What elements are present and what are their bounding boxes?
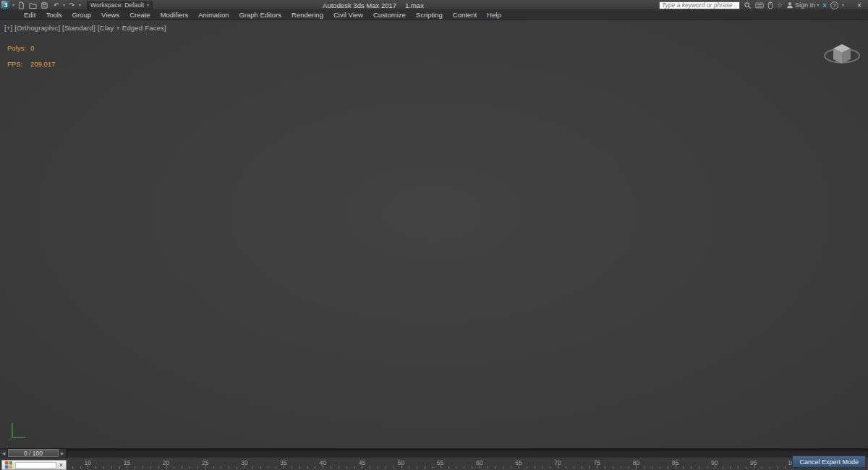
menu-modifiers[interactable]: Modifiers [156,10,194,20]
titlebar: 3 ▾ ↶ ▾ ↷ ▾ Workspace: Default ▾ Autodes… [0,0,868,10]
ruler-tick [738,466,739,469]
mini-dialog-app-icon [5,461,12,469]
fps-stat: FPS: 209,017 [7,60,55,68]
favorites-star-icon[interactable]: ☆ [777,1,783,9]
fps-value: 209,017 [30,60,55,68]
ruler-tick [378,466,378,469]
ruler-tick [276,466,276,469]
ruler-tick [393,466,394,469]
viewport-label[interactable]: [+] [Orthographic] [Standard] [Clay + Ed… [4,24,166,32]
menu-group[interactable]: Group [67,10,96,20]
ruler-tick [699,466,699,469]
previous-frame-icon[interactable]: ◀ [0,449,8,457]
menu-views[interactable]: Views [96,10,124,20]
world-axis-gizmo [7,421,27,441]
window-title: Autodesk 3ds Max 2017 1.max [323,0,424,10]
ruler-tick [652,466,652,469]
ruler-tick [80,466,81,469]
menubar: EditToolsGroupViewsCreateModifiersAnimat… [0,10,868,20]
ruler-tick [339,466,339,469]
undo-caret-icon[interactable]: ▾ [63,3,65,7]
ruler-tick-label: 35 [280,459,286,466]
model-wavy-wall[interactable] [0,20,868,448]
help-icon[interactable]: ? [830,1,838,9]
titlebar-right-cluster: ☆ Sign In ▾ × ? ▾ × [659,0,868,10]
ruler-tick [213,466,214,469]
workspace-selector[interactable]: Workspace: Default ▾ [87,1,153,9]
ruler-tick-label: 80 [633,459,639,466]
mouse-icon[interactable] [767,1,773,9]
ruler-tick [370,466,370,469]
ruler-tick [268,466,268,469]
ruler-tick-label: 95 [750,459,757,466]
ruler-tick [746,466,746,469]
fps-label: FPS: [7,60,30,68]
ruler-tick [535,466,535,469]
ruler-tick [730,466,731,469]
mini-dialog-close-icon[interactable]: × [59,462,63,469]
ruler-tick [582,466,582,469]
undo-icon[interactable]: ↶ [51,1,61,9]
ruler-tick [488,466,488,469]
redo-icon[interactable]: ↷ [67,1,77,9]
3dsmax-logo-icon[interactable]: 3 [1,1,10,9]
menu-help[interactable]: Help [482,10,506,20]
viewcube[interactable] [822,32,864,74]
ruler-tick-label: 70 [554,459,561,466]
menu-content[interactable]: Content [448,10,482,20]
redo-caret-icon[interactable]: ▾ [79,3,81,7]
viewport[interactable]: [+] [Orthographic] [Standard] [Clay + Ed… [0,20,868,448]
new-scene-icon[interactable] [17,1,26,9]
ruler-tick [409,466,409,469]
search-input[interactable] [659,1,740,9]
menu-create[interactable]: Create [124,10,156,20]
ruler-tick [707,466,707,469]
cancel-expert-mode-button[interactable]: Cancel Expert Mode [792,456,866,468]
ruler-tick [472,466,472,469]
ruler-tick [683,466,684,469]
sign-in-control[interactable]: Sign In ▾ [786,1,819,9]
ruler-tick [785,466,786,469]
window-close-icon[interactable]: × [854,1,864,9]
next-frame-icon[interactable]: ▶ [59,449,67,457]
menu-animation[interactable]: Animation [193,10,234,20]
3dsmax-window: 3 ▾ ↶ ▾ ↷ ▾ Workspace: Default ▾ Autodes… [0,0,868,470]
ruler-tick [668,466,668,469]
sign-in-caret-icon: ▾ [817,3,819,7]
help-caret-icon[interactable]: ▾ [842,3,844,7]
search-icon[interactable] [744,1,752,9]
ruler-tick [542,466,542,469]
app-title: Autodesk 3ds Max 2017 [323,1,396,9]
ruler-tick [237,466,237,469]
app-menu-caret-icon[interactable]: ▾ [12,3,14,7]
ruler-tick [307,466,308,469]
menu-rendering[interactable]: Rendering [286,10,328,20]
open-file-icon[interactable] [28,1,38,9]
exchange-apps-icon[interactable]: × [822,1,827,9]
time-slider-track[interactable] [67,449,868,457]
menu-edit[interactable]: Edit [19,10,41,20]
ruler-tick [691,466,692,469]
ruler-tick [723,466,723,469]
trackbar-ruler[interactable]: 0510152025303540455055606570758085909510… [0,457,868,470]
ruler-tick-label: 85 [672,459,678,466]
menu-scripting[interactable]: Scripting [411,10,448,20]
document-name: 1.max [405,1,424,9]
menu-tools[interactable]: Tools [41,10,67,20]
menu-graph-editors[interactable]: Graph Editors [234,10,286,20]
polys-value: 0 [30,44,34,52]
keyboard-icon[interactable] [755,2,764,9]
menu-customize[interactable]: Customize [368,10,411,20]
ruler-tick [448,466,449,469]
menu-civil-view[interactable]: Civil View [328,10,368,20]
mini-dialog[interactable]: × [1,460,67,470]
save-file-icon[interactable] [40,1,49,9]
ruler-tick-label: 60 [476,459,482,466]
time-slider-handle[interactable]: 0 / 100 [8,449,59,457]
ruler-tick [182,466,182,469]
workspace-caret-icon: ▾ [147,3,149,7]
ruler-tick [354,466,355,469]
sign-in-label: Sign In [795,1,815,9]
ruler-tick [135,466,135,469]
ruler-tick [158,466,159,469]
